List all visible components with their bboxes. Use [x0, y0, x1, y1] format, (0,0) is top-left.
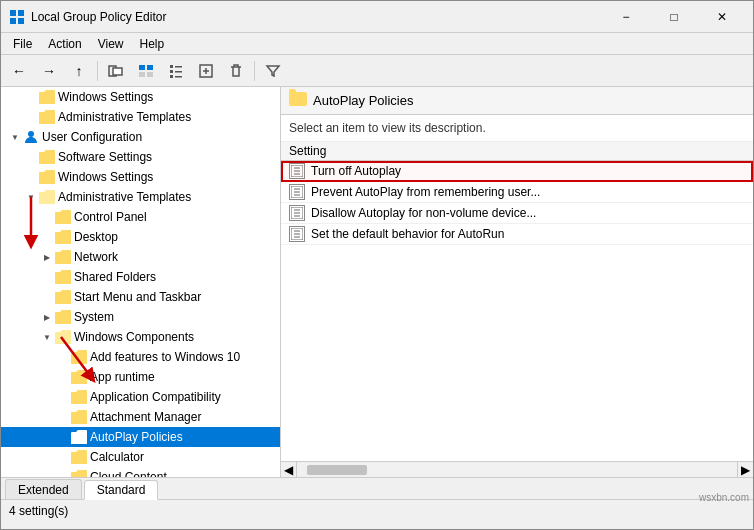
tree-folder-icon-add-features: [71, 349, 87, 365]
h-scroll-thumb[interactable]: [307, 465, 367, 475]
tree-folder-icon-system: [55, 309, 71, 325]
setting-column-label: Setting: [289, 144, 326, 158]
menu-file[interactable]: File: [5, 35, 40, 53]
tree-arrow-user-config[interactable]: ▼: [7, 129, 23, 145]
tree-label-autoplay: AutoPlay Policies: [90, 430, 183, 444]
tree-arrow-app-runtime: [55, 369, 71, 385]
close-button[interactable]: ✕: [699, 3, 745, 31]
svg-point-21: [28, 131, 34, 137]
tree-arrow-admin-templates-top: [23, 109, 39, 125]
h-scroll-right[interactable]: ▶: [737, 462, 753, 478]
tree-arrow-admin-templates[interactable]: ▼: [23, 189, 39, 205]
tree-label-shared-folders: Shared Folders: [74, 270, 156, 284]
tree-arrow-control-panel: [39, 209, 55, 225]
tree-item-attach-mgr[interactable]: Attachment Manager: [1, 407, 280, 427]
tree-item-cloud-content[interactable]: Cloud Content: [1, 467, 280, 477]
settings-row-prevent-autoplay-usb[interactable]: Prevent AutoPlay from remembering user..…: [281, 182, 753, 203]
tree-item-admin-templates[interactable]: ▼Administrative Templates: [1, 187, 280, 207]
tree-arrow-desktop: [39, 229, 55, 245]
setting-icon-set-default: [289, 226, 305, 242]
tree-label-windows-components: Windows Components: [74, 330, 194, 344]
tab-standard[interactable]: Standard: [84, 480, 159, 500]
tree-item-user-config[interactable]: ▼User Configuration: [1, 127, 280, 147]
tree-item-desktop[interactable]: Desktop: [1, 227, 280, 247]
back-button[interactable]: ←: [5, 58, 33, 84]
window-controls: − □ ✕: [603, 3, 745, 31]
svg-rect-34: [71, 393, 87, 404]
tree-label-admin-templates: Administrative Templates: [58, 190, 191, 204]
toolbar-separator-2: [254, 61, 255, 81]
tree-folder-icon-app-runtime: [71, 369, 87, 385]
svg-rect-24: [39, 193, 55, 204]
settings-row-disallow-autoplay[interactable]: Disallow Autoplay for non-volume device.…: [281, 203, 753, 224]
settings-row-set-default[interactable]: Set the default behavior for AutoRun: [281, 224, 753, 245]
toolbar: ← → ↑: [1, 55, 753, 87]
tree-item-app-compat[interactable]: Application Compatibility: [1, 387, 280, 407]
forward-button[interactable]: →: [35, 58, 63, 84]
tree-item-start-menu[interactable]: Start Menu and Taskbar: [1, 287, 280, 307]
svg-rect-1: [18, 10, 24, 16]
tab-extended[interactable]: Extended: [5, 479, 82, 499]
tree-item-shared-folders[interactable]: Shared Folders: [1, 267, 280, 287]
svg-rect-7: [147, 65, 153, 70]
svg-rect-22: [39, 153, 55, 164]
tree-item-control-panel[interactable]: Control Panel: [1, 207, 280, 227]
tree-pane[interactable]: Windows SettingsAdministrative Templates…: [1, 87, 281, 477]
right-pane: AutoPlay Policies Select an item to view…: [281, 87, 753, 477]
menu-action[interactable]: Action: [40, 35, 89, 53]
tree-item-admin-templates-top[interactable]: Administrative Templates: [1, 107, 280, 127]
tree-label-system: System: [74, 310, 114, 324]
setting-icon-prevent-autoplay-usb: [289, 184, 305, 200]
tree-label-windows-settings-top: Windows Settings: [58, 90, 153, 104]
filter-button[interactable]: [259, 58, 287, 84]
view-button[interactable]: [132, 58, 160, 84]
svg-rect-11: [175, 66, 182, 68]
tree-item-windows-settings[interactable]: Windows Settings: [1, 167, 280, 187]
tree-arrow-system[interactable]: ▶: [39, 309, 55, 325]
settings-label-set-default: Set the default behavior for AutoRun: [311, 227, 504, 241]
tree-label-windows-settings: Windows Settings: [58, 170, 153, 184]
h-scroll-track[interactable]: [297, 465, 737, 475]
menu-view[interactable]: View: [90, 35, 132, 53]
tree-arrow-windows-components[interactable]: ▼: [39, 329, 55, 345]
tree-item-autoplay[interactable]: AutoPlay Policies: [1, 427, 280, 447]
up-button[interactable]: ↑: [65, 58, 93, 84]
tree-folder-icon-software-settings: [39, 149, 55, 165]
tree-item-software-settings[interactable]: Software Settings: [1, 147, 280, 167]
right-header: AutoPlay Policies: [281, 87, 753, 115]
svg-rect-25: [55, 213, 71, 224]
tree-label-user-config: User Configuration: [42, 130, 142, 144]
tree-item-windows-settings-top[interactable]: Windows Settings: [1, 87, 280, 107]
tree-folder-icon-windows-settings-top: [39, 89, 55, 105]
tree-item-windows-components[interactable]: ▼Windows Components: [1, 327, 280, 347]
tree-label-attach-mgr: Attachment Manager: [90, 410, 201, 424]
svg-rect-8: [139, 72, 145, 77]
window-title: Local Group Policy Editor: [31, 10, 603, 24]
tree-arrow-network[interactable]: ▶: [39, 249, 55, 265]
minimize-button[interactable]: −: [603, 3, 649, 31]
svg-rect-27: [55, 253, 71, 264]
tree-item-system[interactable]: ▶System: [1, 307, 280, 327]
horizontal-scrollbar[interactable]: ◀ ▶: [281, 461, 753, 477]
menu-help[interactable]: Help: [132, 35, 173, 53]
tree-item-app-runtime[interactable]: App runtime: [1, 367, 280, 387]
watermark: wsxbn.com: [699, 492, 749, 503]
tree-item-network[interactable]: ▶Network: [1, 247, 280, 267]
new-button[interactable]: [192, 58, 220, 84]
tree-folder-icon-network: [55, 249, 71, 265]
tree-item-calculator[interactable]: Calculator: [1, 447, 280, 467]
tree-folder-icon-windows-components: [55, 329, 71, 345]
svg-rect-37: [71, 453, 87, 464]
delete-button[interactable]: [222, 58, 250, 84]
tree-arrow-add-features: [55, 349, 71, 365]
maximize-button[interactable]: □: [651, 3, 697, 31]
h-scroll-left[interactable]: ◀: [281, 462, 297, 478]
details-button[interactable]: [162, 58, 190, 84]
tree-item-add-features[interactable]: Add features to Windows 10: [1, 347, 280, 367]
svg-rect-5: [113, 68, 122, 75]
tree-label-calculator: Calculator: [90, 450, 144, 464]
settings-row-turn-off-autoplay[interactable]: Turn off Autoplay: [281, 161, 753, 182]
show-hide-button[interactable]: [102, 58, 130, 84]
svg-rect-33: [71, 373, 87, 384]
tree-label-add-features: Add features to Windows 10: [90, 350, 240, 364]
